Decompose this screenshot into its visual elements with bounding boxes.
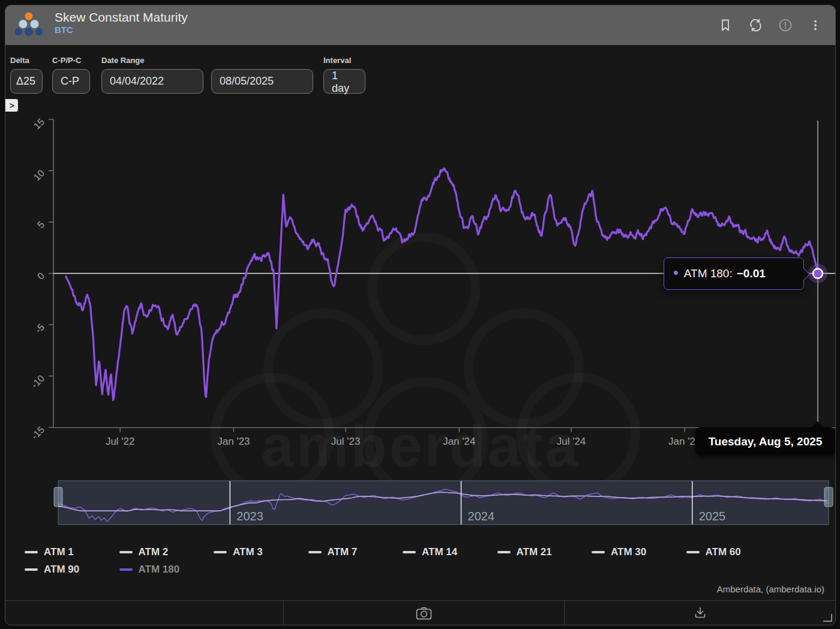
date-tooltip-text: Tuesday, Aug 5, 2025 (709, 435, 823, 448)
legend-item-atm-3[interactable]: ATM 3 (214, 546, 263, 559)
legend-marker (214, 551, 227, 553)
camera-icon (416, 606, 432, 620)
legend-marker (119, 568, 133, 571)
navigator-year-label: 2025 (699, 510, 726, 523)
legend-marker (119, 551, 133, 553)
legend-label: ATM 180 (139, 564, 180, 576)
legend-item-atm-14[interactable]: ATM 14 (403, 546, 457, 559)
y-axis-tick-label: 5 (35, 219, 46, 230)
chart-widget-window: Skew Constant Maturity BTC (5, 5, 836, 625)
date-tooltip: Tuesday, Aug 5, 2025 (695, 427, 835, 456)
y-axis-tick-label: -15 (29, 424, 46, 441)
legend-marker (25, 568, 38, 571)
y-axis-tick-label: 15 (32, 116, 47, 131)
legend-label: ATM 90 (44, 564, 79, 576)
navigator-year-label: 2024 (468, 510, 495, 523)
x-axis-tick-label: Jul '24 (557, 436, 586, 447)
x-axis-tick-label: Jul '22 (106, 436, 135, 447)
legend-label: ATM 21 (517, 546, 552, 558)
legend-label: ATM 3 (233, 546, 263, 558)
y-axis-tick-label: 0 (35, 271, 46, 281)
legend-marker (592, 551, 605, 553)
bottom-toolbar (5, 600, 835, 625)
legend-label: ATM 1 (44, 546, 74, 558)
legend-label: ATM 30 (611, 546, 646, 558)
legend-item-atm-1[interactable]: ATM 1 (25, 546, 74, 559)
legend-marker (25, 551, 38, 553)
legend-item-atm-60[interactable]: ATM 60 (686, 546, 741, 559)
legend-marker (308, 551, 322, 553)
legend-marker (497, 551, 511, 553)
download-icon (693, 606, 707, 620)
page-background: Skew Constant Maturity BTC (0, 0, 840, 629)
toolbar-left-section[interactable] (5, 601, 283, 625)
y-axis-tick-label: 10 (32, 168, 47, 183)
legend-label: ATM 60 (706, 546, 741, 558)
point-marker[interactable] (813, 269, 823, 278)
credit-text: Amberdata, (amberdata.io) (717, 584, 824, 594)
legend-item-atm-2[interactable]: ATM 2 (119, 546, 169, 559)
legend-item-atm-21[interactable]: ATM 21 (497, 546, 552, 559)
y-axis-tick-label: -5 (33, 322, 46, 335)
series-tooltip: • ATM 180: −0.01 (664, 257, 804, 290)
watermark-text: amberdata (261, 413, 580, 479)
legend-marker (403, 551, 416, 553)
tooltip-series-bullet: • (673, 265, 679, 280)
x-axis-tick-label: Jan '23 (217, 436, 250, 447)
legend-label: ATM 7 (328, 546, 358, 558)
skew-chart[interactable]: amberdata151050-5-10-15Jul '22Jan '23Jul… (5, 5, 835, 625)
tooltip-series-value: −0.01 (737, 267, 766, 280)
y-axis-tick-label: -10 (29, 373, 46, 390)
navigator-handle-right[interactable] (824, 487, 833, 507)
resize-handle[interactable] (823, 614, 832, 622)
x-axis-tick-label: Jan '24 (443, 436, 475, 447)
screenshot-button[interactable] (283, 601, 565, 625)
legend-label: ATM 2 (139, 546, 169, 558)
x-axis-tick-label: Jul '23 (331, 436, 361, 447)
navigator-handle-left[interactable] (54, 487, 62, 507)
navigator-year-label: 2023 (236, 510, 263, 523)
legend-item-atm-30[interactable]: ATM 30 (592, 546, 646, 559)
legend-item-atm-90[interactable]: ATM 90 (25, 563, 79, 576)
legend-label: ATM 14 (422, 546, 457, 558)
download-button[interactable] (565, 601, 835, 625)
legend-item-atm-180[interactable]: ATM 180 (119, 563, 180, 576)
legend-item-atm-7[interactable]: ATM 7 (308, 546, 358, 559)
legend-marker (686, 551, 700, 553)
tooltip-series-label: ATM 180: (684, 267, 733, 280)
